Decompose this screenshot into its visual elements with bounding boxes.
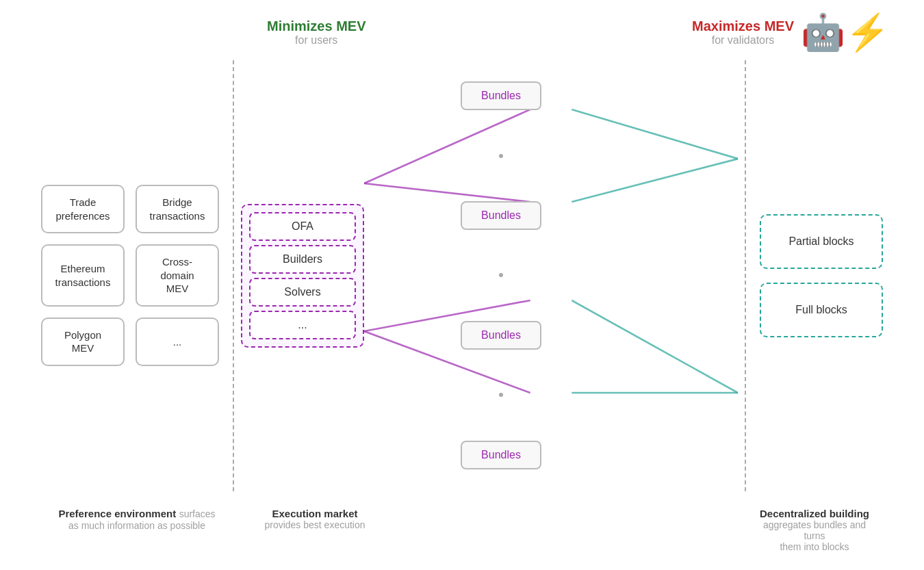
cross-domain-mev-box: Cross-domainMEV	[136, 244, 219, 307]
preference-bottom-sub: as much information as possible	[48, 520, 226, 531]
bundle-box-1: Bundles	[461, 81, 541, 110]
minimizes-label-block: Minimizes MEV for users	[267, 18, 365, 47]
preference-column: Tradepreferences Bridgetransactions Ethe…	[34, 185, 226, 366]
maximizes-main-label: Maximizes MEV	[692, 18, 794, 34]
pref-row-3: Polygon MEV ...	[41, 318, 219, 366]
bundle-box-3: Bundles	[461, 321, 541, 350]
solvers-box: Solvers	[249, 278, 356, 307]
execution-bottom-label: Execution market provides best execution	[253, 508, 376, 552]
preference-bottom-label: Preference environment surfaces as much …	[41, 508, 233, 552]
full-blocks-box: Full blocks	[760, 283, 883, 337]
connection-lines-svg	[364, 60, 738, 491]
divider-2	[745, 60, 746, 491]
bottom-spacer-2	[376, 508, 746, 552]
execution-column: OFA Builders Solvers ...	[241, 204, 364, 348]
minimizes-sub-label: for users	[267, 34, 365, 47]
bottom-labels-row: Preference environment surfaces as much …	[34, 508, 890, 552]
bundle-box-4: Bundles	[461, 441, 541, 469]
bottom-spacer-1	[233, 508, 253, 552]
svg-line-4	[572, 109, 738, 159]
bundle-dot-1	[499, 154, 503, 158]
main-content-area: Tradepreferences Bridgetransactions Ethe…	[34, 60, 890, 491]
main-diagram: Minimizes MEV for users Maximizes MEV fo…	[34, 18, 890, 552]
arrows-area: Bundles Bundles Bundles Bundles	[364, 60, 738, 491]
maximizes-label-block: Maximizes MEV for validators	[692, 18, 794, 47]
bundle-box-2: Bundles	[461, 201, 541, 230]
minimizes-main-label: Minimizes MEV	[267, 18, 365, 34]
robot-icon: 🤖⚡	[801, 12, 890, 53]
execution-bottom-sub: provides best execution	[253, 519, 376, 530]
bridge-transactions-box: Bridgetransactions	[136, 185, 219, 233]
svg-line-5	[572, 159, 738, 202]
maximizes-sub-label: for validators	[692, 34, 794, 47]
building-column: Partial blocks Full blocks	[753, 214, 890, 337]
pref-row-2: Ethereumtransactions Cross-domainMEV	[41, 244, 219, 307]
pref-row-1: Tradepreferences Bridgetransactions	[41, 185, 219, 233]
ofa-box: OFA	[249, 212, 356, 241]
partial-blocks-box: Partial blocks	[760, 214, 883, 269]
ellipsis-box-1: ...	[136, 318, 219, 366]
building-bottom-main: Decentralized building	[753, 508, 876, 519]
building-bottom-sub: aggregates bundles and turnsthem into bl…	[753, 519, 876, 552]
svg-line-6	[572, 300, 738, 393]
bundle-dot-3	[499, 393, 503, 397]
building-bottom-label: Decentralized building aggregates bundle…	[746, 508, 883, 552]
polygon-mev-box: Polygon MEV	[41, 318, 125, 366]
execution-outer-box: OFA Builders Solvers ...	[241, 204, 364, 348]
divider-1	[233, 60, 234, 491]
execution-bottom-main: Execution market	[253, 508, 376, 519]
ethereum-transactions-box: Ethereumtransactions	[41, 244, 125, 307]
builders-box: Builders	[249, 245, 356, 274]
trade-preferences-box: Tradepreferences	[41, 185, 125, 233]
preference-bottom-main: Preference environment surfaces	[48, 508, 226, 520]
execution-ellipsis-box: ...	[249, 311, 356, 339]
bundle-dot-2	[499, 273, 503, 277]
top-labels-row: Minimizes MEV for users Maximizes MEV fo…	[34, 18, 890, 47]
